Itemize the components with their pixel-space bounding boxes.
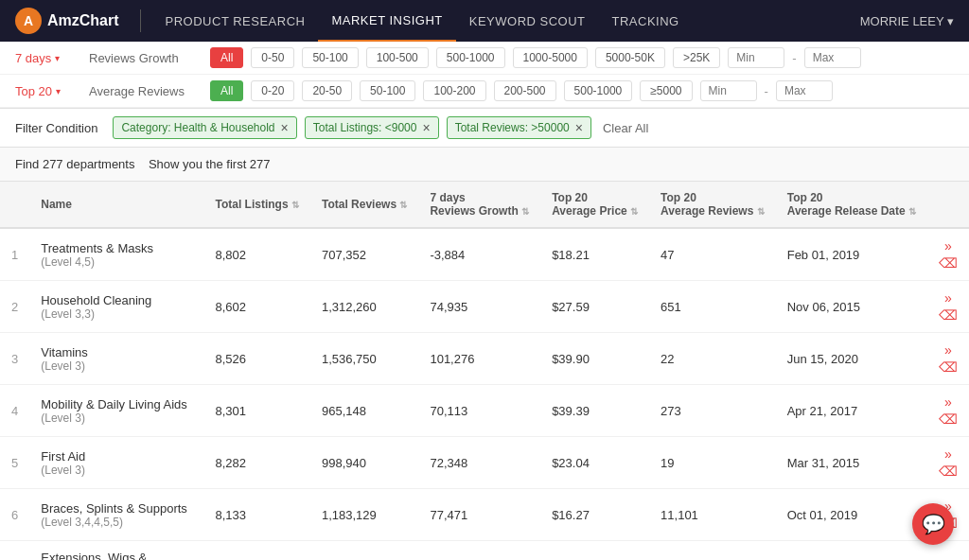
table-info: Find 277 departments Show you the first … bbox=[0, 148, 969, 182]
logo[interactable]: A AmzChart bbox=[15, 8, 119, 34]
filter-max-input-1[interactable] bbox=[804, 47, 861, 68]
sort-price-icon: ⇅ bbox=[630, 206, 638, 217]
row-growth: 101,276 bbox=[418, 333, 540, 385]
row-actions[interactable]: » ⌫ bbox=[927, 281, 969, 333]
nav-divider bbox=[140, 9, 141, 32]
row-reviews: 998,940 bbox=[310, 437, 418, 489]
row-detail-icon[interactable]: » bbox=[944, 342, 952, 358]
col-date-header[interactable]: Top 20Average Release Date ⇅ bbox=[776, 182, 927, 228]
filter-range-100-200[interactable]: 100-200 bbox=[423, 80, 485, 101]
row-num: 1 bbox=[0, 228, 29, 281]
row-actions[interactable]: » ⌫ bbox=[927, 385, 969, 437]
row-reviews: 419,348 bbox=[310, 541, 418, 561]
user-menu[interactable]: MORRIE LEEY ▾ bbox=[860, 14, 954, 28]
row-avgreview: 38 bbox=[649, 541, 776, 561]
chat-icon: 💬 bbox=[922, 513, 945, 535]
filter-range-50-100-r2[interactable]: 50-100 bbox=[360, 80, 415, 101]
row-detail-icon[interactable]: » bbox=[944, 238, 952, 254]
condition-tag-category-close[interactable]: × bbox=[281, 120, 289, 135]
filter-range-100-500[interactable]: 100-500 bbox=[366, 47, 429, 68]
row-reviews: 707,352 bbox=[310, 228, 418, 281]
row-price: $16.27 bbox=[540, 489, 649, 541]
filter-all-btn-1[interactable]: All bbox=[210, 47, 243, 68]
filter-range-20-50[interactable]: 20-50 bbox=[302, 80, 352, 101]
row-detail-icon[interactable]: » bbox=[944, 555, 952, 560]
row-num: 5 bbox=[0, 437, 29, 489]
row-reviews: 1,183,129 bbox=[310, 489, 418, 541]
row-date: Oct 01, 2019 bbox=[776, 489, 927, 541]
row-growth: 77,471 bbox=[418, 489, 540, 541]
sort-growth-icon: ⇅ bbox=[521, 206, 529, 217]
row-listings: 8,802 bbox=[203, 228, 309, 281]
row-num: 2 bbox=[0, 281, 29, 333]
nav-tracking[interactable]: TRACKING bbox=[599, 0, 693, 42]
filter-top20-label[interactable]: Top 20 ▾ bbox=[15, 84, 81, 98]
row-save-icon[interactable]: ⌫ bbox=[939, 307, 958, 323]
row-detail-icon[interactable]: » bbox=[944, 290, 952, 306]
filter-days-label[interactable]: 7 days ▾ bbox=[15, 51, 81, 65]
filter-range-500-1000[interactable]: 500-1000 bbox=[436, 47, 505, 68]
row-save-icon[interactable]: ⌫ bbox=[939, 411, 958, 427]
col-num bbox=[0, 182, 29, 228]
row-reviews: 1,536,750 bbox=[310, 333, 418, 385]
col-reviews-header[interactable]: Total Reviews ⇅ bbox=[310, 182, 418, 228]
table-section: Name Total Listings ⇅ Total Reviews ⇅ 7 … bbox=[0, 182, 969, 560]
row-num: 6 bbox=[0, 489, 29, 541]
filter-all-btn-2[interactable]: All bbox=[210, 80, 243, 101]
row-save-icon[interactable]: ⌫ bbox=[939, 464, 958, 479]
table-row: 1 Treatments & Masks (Level 4,5) 8,802 7… bbox=[0, 228, 969, 281]
filter-avg-reviews-label: Average Reviews bbox=[89, 84, 203, 98]
row-date: Nov 06, 2015 bbox=[776, 281, 927, 333]
row-price: $39.90 bbox=[540, 333, 649, 385]
nav-keyword-scout[interactable]: KEYWORD SCOUT bbox=[456, 0, 599, 42]
sort-date-icon: ⇅ bbox=[908, 206, 916, 217]
row-name: Household Cleaning (Level 3,3) bbox=[29, 281, 203, 333]
chat-button[interactable]: 💬 bbox=[912, 503, 954, 545]
filter-min-input-1[interactable] bbox=[728, 47, 784, 68]
nav-product-research[interactable]: PRODUCT RESEARCH bbox=[152, 0, 319, 42]
col-growth-header[interactable]: 7 daysReviews Growth ⇅ bbox=[418, 182, 540, 228]
row-actions[interactable]: » ⌫ bbox=[927, 333, 969, 385]
row-detail-icon[interactable]: » bbox=[944, 446, 952, 462]
col-listings-header[interactable]: Total Listings ⇅ bbox=[203, 182, 309, 228]
row-price: $39.39 bbox=[540, 385, 649, 437]
show-text: Show you the first 277 bbox=[149, 157, 271, 171]
row-listings: 8,014 bbox=[203, 541, 309, 561]
filter-range-25k-plus[interactable]: >25K bbox=[673, 47, 720, 68]
row-actions[interactable]: » ⌫ bbox=[927, 228, 969, 281]
filter-max-input-2[interactable] bbox=[776, 80, 833, 101]
row-save-icon[interactable]: ⌫ bbox=[939, 359, 958, 375]
row-name: Braces, Splints & Supports (Level 3,4,4,… bbox=[29, 489, 203, 541]
row-actions[interactable]: » ⌫ bbox=[927, 437, 969, 489]
row-growth: 72,348 bbox=[418, 437, 540, 489]
row-name: Mobility & Daily Living Aids (Level 3) bbox=[29, 385, 203, 437]
row-listings: 8,301 bbox=[203, 385, 309, 437]
row-detail-icon[interactable]: » bbox=[944, 394, 952, 410]
nav-market-insight[interactable]: MARKET INSIGHT bbox=[318, 0, 455, 42]
condition-tag-listings-close[interactable]: × bbox=[422, 120, 430, 135]
col-name-header[interactable]: Name bbox=[29, 182, 203, 228]
row-growth: 74,935 bbox=[418, 281, 540, 333]
table-row: 4 Mobility & Daily Living Aids (Level 3)… bbox=[0, 385, 969, 437]
filter-range-500-1000-r2[interactable]: 500-1000 bbox=[564, 80, 633, 101]
row-listings: 8,526 bbox=[203, 333, 309, 385]
sort-reviews-icon: ⇅ bbox=[399, 200, 407, 210]
filter-min-input-2[interactable] bbox=[700, 80, 757, 101]
filter-range-1000-5000[interactable]: 1000-5000 bbox=[513, 47, 588, 68]
table-row: 6 Braces, Splints & Supports (Level 3,4,… bbox=[0, 489, 969, 541]
col-price-header[interactable]: Top 20Average Price ⇅ bbox=[540, 182, 649, 228]
condition-tag-reviews-close[interactable]: × bbox=[575, 120, 583, 135]
filter-range-5000-50k[interactable]: 5000-50K bbox=[595, 47, 665, 68]
row-avgreview: 19 bbox=[649, 437, 776, 489]
filter-range-0-20[interactable]: 0-20 bbox=[251, 80, 294, 101]
row-name: First Aid (Level 3) bbox=[29, 437, 203, 489]
col-avgreview-header[interactable]: Top 20Average Reviews ⇅ bbox=[649, 182, 776, 228]
filter-range-0-50[interactable]: 0-50 bbox=[251, 47, 294, 68]
row-save-icon[interactable]: ⌫ bbox=[939, 255, 958, 271]
row-num: 3 bbox=[0, 333, 29, 385]
filter-range-200-500[interactable]: 200-500 bbox=[494, 80, 556, 101]
clear-all-button[interactable]: Clear All bbox=[603, 121, 648, 135]
row-listings: 8,602 bbox=[203, 281, 309, 333]
filter-range-50-100[interactable]: 50-100 bbox=[302, 47, 358, 68]
filter-range-5000-plus[interactable]: ≥5000 bbox=[640, 80, 692, 101]
